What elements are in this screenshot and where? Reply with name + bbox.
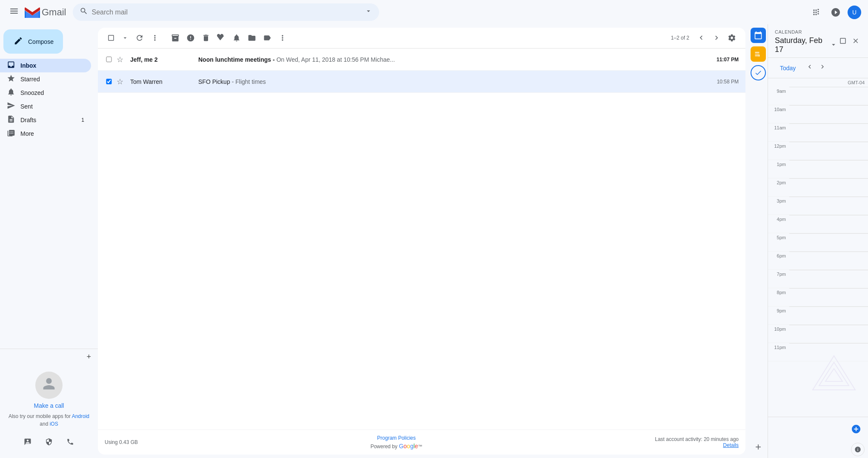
android-link[interactable]: Android xyxy=(72,413,89,419)
select-dropdown-button[interactable] xyxy=(119,32,131,44)
time-slot-9pm: 9pm xyxy=(768,306,868,325)
gmail-logo: Gmail xyxy=(25,6,66,18)
select-all-button[interactable] xyxy=(105,31,117,44)
search-dropdown-button[interactable] xyxy=(365,7,372,17)
call-avatar xyxy=(35,372,63,399)
draft-icon xyxy=(7,115,15,126)
calendar-panel: + CALENDAR Saturday, Feb 17 xyxy=(749,24,868,458)
email-checkbox-2[interactable] xyxy=(105,79,113,84)
sent-label: Sent xyxy=(20,103,84,110)
cal-date-dropdown[interactable] xyxy=(830,41,837,50)
bottom-icons xyxy=(0,431,98,455)
contacts-icon-btn[interactable] xyxy=(22,436,33,449)
google-logo: Google™ xyxy=(399,443,422,449)
details-link[interactable]: Details xyxy=(723,442,739,448)
sender-name-1: Jeff, me 2 xyxy=(130,56,198,63)
ios-link[interactable]: iOS xyxy=(50,421,58,427)
sidebar-item-starred[interactable]: Starred xyxy=(0,72,91,86)
cal-prev-button[interactable] xyxy=(804,61,815,74)
send-icon xyxy=(7,101,15,112)
email-time-2: 10:58 PM xyxy=(717,79,739,85)
make-call-link[interactable]: Make a call xyxy=(34,402,64,409)
time-slot-12pm: 12pm xyxy=(768,142,868,160)
add-meet-button[interactable]: + xyxy=(86,352,91,361)
email-checkbox-1[interactable] xyxy=(105,57,113,62)
archive-button[interactable] xyxy=(168,31,182,45)
sidebar: Compose Inbox Starred xyxy=(0,24,98,458)
close-calendar-button[interactable] xyxy=(850,35,861,49)
cal-next-button[interactable] xyxy=(817,61,828,74)
time-slot-9am: 9am xyxy=(768,87,868,105)
star-icon xyxy=(7,74,15,85)
avatar[interactable]: U xyxy=(848,6,861,19)
compose-label: Compose xyxy=(28,38,54,45)
time-slot-10am: 10am xyxy=(768,105,868,123)
shield-icon-btn[interactable] xyxy=(43,436,54,449)
time-slot-11am: 11am xyxy=(768,123,868,142)
cal-info-button[interactable] xyxy=(851,443,865,456)
delete-button[interactable] xyxy=(199,31,213,45)
account-button[interactable] xyxy=(827,4,844,21)
more-options-button[interactable] xyxy=(148,31,162,45)
search-bar xyxy=(73,3,379,21)
add-calendar-button[interactable]: + xyxy=(751,439,766,455)
cal-icon-calendar[interactable] xyxy=(751,28,766,43)
time-slot-8pm: 8pm xyxy=(768,288,868,306)
search-button[interactable] xyxy=(80,7,88,17)
time-slots: 9am 10am 11am 12pm 1pm 2pm 3pm 4pm 5pm 6… xyxy=(768,87,868,417)
inbox-icon xyxy=(7,60,15,71)
table-row[interactable]: ☆ Tom Warren SFO Pickup - Flight times 1… xyxy=(98,71,745,93)
snooze-button[interactable] xyxy=(230,31,243,45)
sidebar-item-more[interactable]: More xyxy=(0,127,91,140)
toolbar-more-button[interactable] xyxy=(276,31,289,45)
open-calendar-button[interactable] xyxy=(837,35,848,49)
mark-button[interactable] xyxy=(214,31,228,45)
spam-button[interactable] xyxy=(184,31,197,45)
compose-icon xyxy=(14,36,23,47)
topbar-right: U xyxy=(808,4,861,21)
today-button[interactable]: Today xyxy=(775,62,801,74)
email-snippet-1: On Wed, Apr 11, 2018 at 10:56 PM Michae.… xyxy=(277,56,395,63)
prev-page-button[interactable] xyxy=(694,31,708,45)
email-time-1: 11:07 PM xyxy=(717,57,739,63)
time-slot-7pm: 7pm xyxy=(768,270,868,288)
email-subject-2: SFO Pickup xyxy=(198,78,230,85)
sidebar-item-sent[interactable]: Sent xyxy=(0,100,91,113)
refresh-button[interactable] xyxy=(133,31,146,45)
time-slot-10pm: 10pm xyxy=(768,325,868,343)
time-slot-5pm: 5pm xyxy=(768,233,868,252)
settings-button[interactable] xyxy=(725,31,739,45)
table-row[interactable]: ☆ Jeff, me 2 Noon lunchtime meetings - O… xyxy=(98,49,745,71)
star-button-2[interactable]: ☆ xyxy=(117,77,125,86)
svg-marker-3 xyxy=(813,356,855,390)
more-icon xyxy=(7,129,15,139)
sidebar-item-drafts[interactable]: Drafts 1 xyxy=(0,113,91,127)
sidebar-item-snoozed[interactable]: Snoozed xyxy=(0,86,91,100)
search-input[interactable] xyxy=(91,9,361,16)
svg-rect-0 xyxy=(10,9,18,9)
labels-button[interactable] xyxy=(260,31,274,45)
compose-button[interactable]: Compose xyxy=(3,29,63,54)
hamburger-menu[interactable] xyxy=(7,4,21,20)
next-page-button[interactable] xyxy=(710,31,723,45)
cal-date-title: Saturday, Feb 17 xyxy=(775,36,828,54)
activity-text: Last account activity: 20 minutes ago xyxy=(655,436,739,442)
apps-button[interactable] xyxy=(808,5,824,20)
cal-icon-tasks[interactable] xyxy=(751,65,766,80)
star-button-1[interactable]: ☆ xyxy=(117,55,125,64)
phone-icon-btn[interactable] xyxy=(65,436,76,449)
alarm-icon xyxy=(7,88,15,98)
cal-icon-notes[interactable] xyxy=(751,46,766,62)
topbar: Gmail U xyxy=(0,0,868,24)
program-policies-link[interactable]: Program Policies xyxy=(377,435,416,441)
svg-rect-1 xyxy=(10,11,18,11)
sidebar-item-inbox[interactable]: Inbox xyxy=(0,59,91,72)
cal-main: CALENDAR Saturday, Feb 17 xyxy=(768,24,868,458)
toolbar: 1–2 of 2 xyxy=(98,28,745,49)
pagination-text: 1–2 of 2 xyxy=(671,35,689,41)
call-section: Make a call Also try our mobile apps for… xyxy=(0,365,98,431)
inbox-label: Inbox xyxy=(20,62,84,69)
add-event-button[interactable] xyxy=(848,421,865,438)
cal-today-header: Today xyxy=(768,58,868,78)
move-button[interactable] xyxy=(245,31,259,45)
